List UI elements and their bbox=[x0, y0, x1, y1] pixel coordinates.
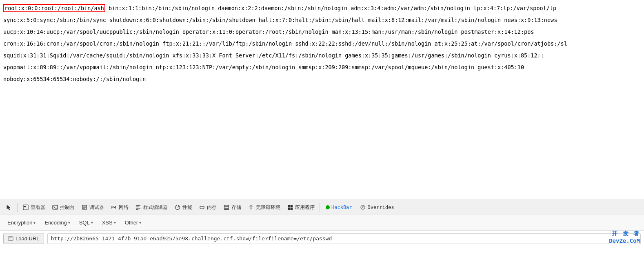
svg-point-7 bbox=[251, 205, 252, 207]
network-label: 网络 bbox=[119, 204, 129, 211]
file-line6: vpopmail:x:89:89::/var/vpopmail:/sbin/no… bbox=[0, 62, 644, 73]
overrides-label: Overrides bbox=[368, 204, 394, 210]
storage-icon bbox=[223, 204, 230, 211]
inspector-icon bbox=[22, 204, 29, 211]
separator bbox=[17, 203, 18, 212]
devtools-performance[interactable]: 性能 bbox=[172, 202, 195, 213]
file-line5: squid:x:31:31:Squid:/var/cache/squid:/sb… bbox=[0, 50, 644, 62]
storage-label: 存储 bbox=[231, 204, 241, 211]
url-bar-row: Load URL 开 发 者 DevZe.CoM bbox=[0, 231, 644, 246]
devtools-storage[interactable]: 存储 bbox=[221, 202, 244, 213]
devtools-inspector[interactable]: 查看器 bbox=[20, 202, 48, 213]
file-line4: cron:x:16:16:cron:/var/spool/cron:/sbin/… bbox=[0, 38, 644, 50]
style-editor-label: 样式编辑器 bbox=[143, 204, 168, 211]
console-label: 控制台 bbox=[60, 204, 75, 211]
devtools-overrides[interactable]: R Overrides bbox=[357, 202, 397, 212]
devtools-cursor[interactable] bbox=[3, 202, 15, 212]
devtools-network[interactable]: 网络 bbox=[108, 202, 131, 213]
svg-rect-6 bbox=[224, 209, 229, 210]
other-menu[interactable]: Other ▾ bbox=[122, 218, 145, 227]
debugger-icon bbox=[81, 204, 88, 211]
svg-rect-14 bbox=[8, 237, 13, 240]
performance-icon bbox=[174, 204, 181, 211]
file-content: root:x:0:0:root:/root:/bin/ash bin:x:1:1… bbox=[0, 2, 644, 14]
devtools-application[interactable]: 应用程序 bbox=[284, 202, 317, 213]
accessibility-label: 无障碍环境 bbox=[256, 204, 280, 211]
memory-icon bbox=[199, 204, 205, 211]
svg-rect-8 bbox=[288, 205, 290, 207]
devtools-style-editor[interactable]: 样式编辑器 bbox=[133, 202, 170, 213]
hackbar-dot-icon bbox=[326, 205, 330, 209]
other-label: Other bbox=[125, 220, 138, 226]
svg-rect-9 bbox=[291, 205, 293, 207]
sql-menu[interactable]: SQL ▾ bbox=[76, 218, 96, 227]
network-icon bbox=[111, 204, 117, 211]
svg-text:R: R bbox=[361, 206, 364, 209]
application-label: 应用程序 bbox=[295, 204, 315, 211]
hackbar-tab[interactable]: HackBar bbox=[322, 203, 355, 212]
load-url-button[interactable]: Load URL bbox=[3, 233, 44, 244]
other-chevron-icon: ▾ bbox=[139, 220, 141, 225]
separator2 bbox=[320, 203, 320, 212]
hackbar-label: HackBar bbox=[331, 204, 352, 210]
main-content: root:x:0:0:root:/root:/bin/ash bin:x:1:1… bbox=[0, 0, 644, 200]
cursor-icon bbox=[6, 204, 12, 211]
inspector-label: 查看器 bbox=[31, 204, 45, 211]
svg-rect-11 bbox=[291, 208, 293, 210]
line1-rest: bin:x:1:1:bin:/bin:/sbin/nologin daemon:… bbox=[105, 5, 556, 11]
devtools-bar: 查看器 控制台 调试器 网络 bbox=[0, 200, 644, 215]
file-line2: sync:x:5:0:sync:/sbin:/bin/sync shutdown… bbox=[0, 14, 644, 26]
encoding-chevron-icon: ▾ bbox=[68, 220, 70, 225]
load-url-icon bbox=[8, 235, 13, 242]
sql-label: SQL bbox=[79, 220, 90, 226]
devtools-debugger[interactable]: 调试器 bbox=[79, 202, 107, 213]
xss-chevron-icon: ▾ bbox=[114, 220, 116, 225]
highlighted-root: root:x:0:0:root:/root:/bin/ash bbox=[3, 4, 105, 12]
encryption-chevron-icon: ▾ bbox=[33, 220, 36, 225]
debugger-label: 调试器 bbox=[89, 204, 104, 211]
encoding-label: Encoding bbox=[44, 220, 67, 226]
svg-rect-4 bbox=[224, 205, 229, 207]
memory-label: 内存 bbox=[207, 204, 217, 211]
file-line3: uucp:x:10:14:uucp:/var/spool/uucppublic:… bbox=[0, 26, 644, 38]
xss-label: XSS bbox=[102, 220, 113, 226]
performance-label: 性能 bbox=[182, 204, 192, 211]
xss-menu[interactable]: XSS ▾ bbox=[99, 218, 119, 227]
url-input[interactable] bbox=[47, 233, 641, 244]
style-editor-icon bbox=[135, 204, 142, 211]
encryption-label: Encryption bbox=[7, 220, 32, 226]
hackbar-toolbar: Encryption ▾ Encoding ▾ SQL ▾ XSS ▾ Othe… bbox=[0, 215, 644, 231]
sql-chevron-icon: ▾ bbox=[91, 220, 93, 225]
encoding-menu[interactable]: Encoding ▾ bbox=[41, 218, 73, 227]
svg-rect-10 bbox=[288, 208, 290, 210]
application-icon bbox=[287, 204, 293, 211]
svg-rect-5 bbox=[224, 207, 229, 208]
console-icon bbox=[52, 204, 58, 211]
svg-rect-1 bbox=[24, 206, 26, 207]
accessibility-icon bbox=[248, 204, 254, 211]
devtools-memory[interactable]: 内存 bbox=[196, 202, 219, 213]
load-url-label: Load URL bbox=[16, 235, 40, 242]
devtools-accessibility[interactable]: 无障碍环境 bbox=[245, 202, 283, 213]
overrides-icon: R bbox=[360, 204, 366, 211]
file-line7: nobody:x:65534:65534:nobody:/:/sbin/nolo… bbox=[0, 73, 644, 85]
devtools-console[interactable]: 控制台 bbox=[49, 202, 77, 213]
encryption-menu[interactable]: Encryption ▾ bbox=[4, 218, 39, 227]
